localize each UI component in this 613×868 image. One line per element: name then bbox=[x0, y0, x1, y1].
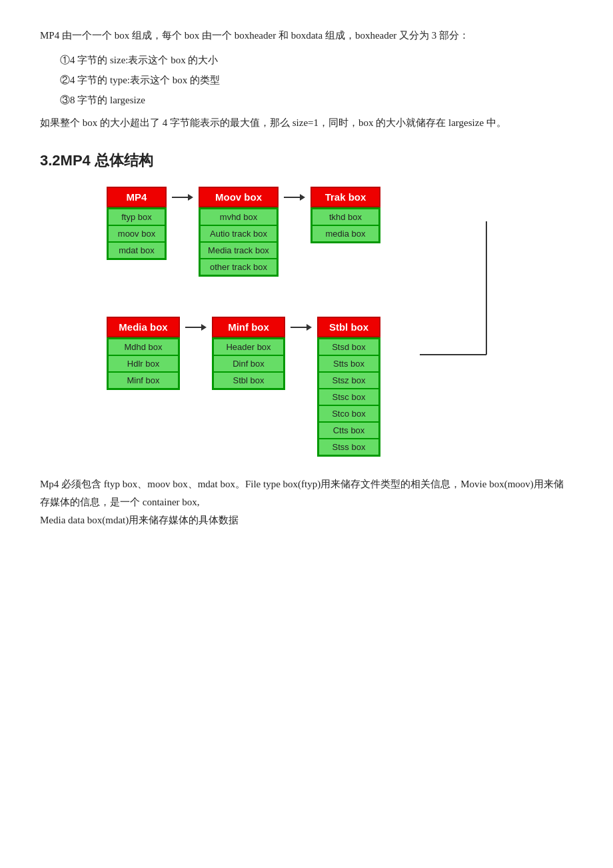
stbl-header: Stbl box bbox=[317, 317, 380, 337]
trak-child-media: media box bbox=[312, 225, 379, 242]
svg-marker-8 bbox=[201, 324, 207, 331]
bottom-text: Mp4 必须包含 ftyp box、moov box、mdat box。File… bbox=[40, 475, 573, 529]
moov-child-mvhd: mvhd box bbox=[200, 209, 277, 225]
media-child-minf: Minf box bbox=[108, 372, 179, 389]
stbl-child-ctts: Ctts box bbox=[318, 422, 379, 439]
arrow-media-minf bbox=[185, 317, 207, 333]
stbl-child-stts: Stts box bbox=[318, 355, 379, 372]
list-item-1: ①4 字节的 size:表示这个 box 的大小 bbox=[60, 50, 573, 70]
list-item-3: ③8 字节的 largesize bbox=[60, 90, 573, 110]
stbl-child-stco: Stco box bbox=[318, 405, 379, 422]
moov-children: mvhd box Autio track box Media track box… bbox=[199, 207, 279, 277]
moov-child-audio: Autio track box bbox=[200, 225, 277, 242]
trak-child-tkhd: tkhd box bbox=[312, 209, 379, 225]
media-children: Mdhd box Hdlr box Minf box bbox=[107, 337, 180, 390]
bottom-para-2: Media data box(mdat)用来储存媒体的具体数据 bbox=[40, 511, 573, 529]
minf-box-group: Minf box Header box Dinf box Stbl box bbox=[212, 317, 285, 390]
mp4-children: ftyp box moov box mdat box bbox=[107, 207, 167, 260]
stbl-child-stsd: Stsd box bbox=[318, 339, 379, 355]
list-item-2: ②4 字节的 type:表示这个 box 的类型 bbox=[60, 70, 573, 90]
moov-child-other: other track box bbox=[200, 259, 277, 275]
stbl-box-group: Stbl box Stsd box Stts box Stsz box Stsc… bbox=[317, 317, 380, 457]
mp4-box-group: MP4 ftyp box moov box mdat box bbox=[107, 187, 167, 260]
section-title: 3.2MP4 总体结构 bbox=[40, 151, 573, 171]
arrow-moov-trak bbox=[284, 187, 305, 203]
diagram-bottom-row: Media box Mdhd box Hdlr box Minf box Min… bbox=[107, 317, 573, 457]
mp4-child-ftyp: ftyp box bbox=[108, 209, 165, 225]
arrow-minf-stbl bbox=[291, 317, 312, 333]
intro-paragraph-1: MP4 由一个一个 box 组成，每个 box 由一个 boxheader 和 … bbox=[40, 27, 573, 45]
arrow-mp4-moov bbox=[172, 187, 193, 203]
minf-children: Header box Dinf box Stbl box bbox=[212, 337, 285, 390]
intro-paragraph-2: 如果整个 box 的大小超出了 4 字节能表示的最大值，那么 size=1，同时… bbox=[40, 114, 573, 132]
moov-header: Moov box bbox=[199, 187, 279, 207]
stbl-child-stsc: Stsc box bbox=[318, 389, 379, 405]
svg-marker-10 bbox=[306, 324, 312, 331]
diagram-top-row: MP4 ftyp box moov box mdat box Moov box … bbox=[107, 187, 573, 277]
minf-child-dinf: Dinf box bbox=[213, 355, 284, 372]
media-child-hdlr: Hdlr box bbox=[108, 355, 179, 372]
svg-marker-3 bbox=[300, 194, 305, 201]
mp4-child-moov: moov box bbox=[108, 225, 165, 242]
moov-box-group: Moov box mvhd box Autio track box Media … bbox=[199, 187, 279, 277]
stbl-child-stss: Stss box bbox=[318, 439, 379, 455]
media-child-mdhd: Mdhd box bbox=[108, 339, 179, 355]
bottom-para-1: Mp4 必须包含 ftyp box、moov box、mdat box。File… bbox=[40, 475, 573, 511]
media-header: Media box bbox=[107, 317, 180, 337]
trak-children: tkhd box media box bbox=[310, 207, 380, 243]
trak-header: Trak box bbox=[310, 187, 380, 207]
stbl-children: Stsd box Stts box Stsz box Stsc box Stco… bbox=[317, 337, 380, 457]
diagram-area: MP4 ftyp box moov box mdat box Moov box … bbox=[40, 187, 573, 457]
stbl-child-stsz: Stsz box bbox=[318, 372, 379, 389]
svg-marker-1 bbox=[188, 194, 193, 201]
mp4-header: MP4 bbox=[107, 187, 167, 207]
moov-child-media: Media track box bbox=[200, 242, 277, 259]
trak-box-group: Trak box tkhd box media box bbox=[310, 187, 380, 243]
minf-child-header: Header box bbox=[213, 339, 284, 355]
mp4-child-mdat: mdat box bbox=[108, 242, 165, 259]
media-box-group: Media box Mdhd box Hdlr box Minf box bbox=[107, 317, 180, 390]
minf-header: Minf box bbox=[212, 317, 285, 337]
intro-list: ①4 字节的 size:表示这个 box 的大小 ②4 字节的 type:表示这… bbox=[60, 50, 573, 110]
minf-child-stbl: Stbl box bbox=[213, 372, 284, 389]
